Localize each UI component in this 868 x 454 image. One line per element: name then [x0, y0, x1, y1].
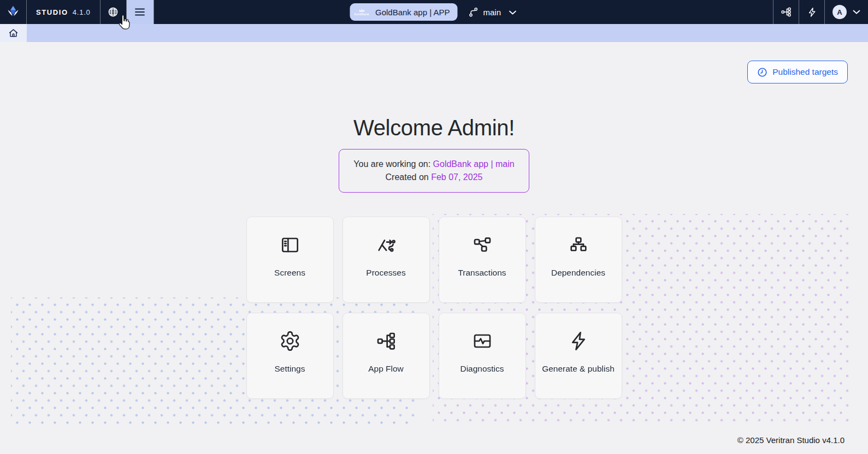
- chevron-down-icon: [508, 10, 517, 15]
- home-button[interactable]: [0, 24, 27, 42]
- diagnostics-icon: [471, 330, 493, 352]
- card-generate-publish[interactable]: Generate & publish: [535, 313, 622, 399]
- home-icon: [8, 27, 19, 39]
- modules-grid: Screens Processes: [246, 217, 622, 399]
- app-flow-shortcut-button[interactable]: [773, 0, 799, 24]
- card-app-flow[interactable]: App Flow: [343, 313, 430, 399]
- card-label: Transactions: [458, 268, 506, 278]
- card-settings[interactable]: Settings: [246, 313, 334, 399]
- lightning-icon: [807, 7, 817, 17]
- goldbank-mini-logo-text: GoldBank: [354, 13, 369, 16]
- page-title: Welcome Admin!: [353, 116, 515, 140]
- working-on-box: You are working on: GoldBank app | main …: [339, 149, 529, 193]
- avatar: A: [832, 5, 847, 19]
- clock-icon: [757, 67, 767, 77]
- working-on-line: You are working on: GoldBank app | main: [353, 158, 514, 171]
- published-targets-label: Published targets: [772, 67, 838, 77]
- processes-icon: [375, 234, 397, 256]
- crown-icon: [358, 8, 365, 13]
- main-menu-button[interactable]: [127, 0, 154, 24]
- generate-publish-shortcut-button[interactable]: [799, 0, 824, 24]
- generate-publish-icon: [568, 330, 589, 352]
- breadcrumb-bar: [0, 24, 868, 42]
- created-on-prefix: Created on: [386, 172, 432, 182]
- veritran-logo[interactable]: [0, 0, 27, 24]
- user-menu[interactable]: A: [824, 0, 868, 24]
- screens-icon: [279, 234, 301, 256]
- git-branch-icon: [468, 7, 479, 17]
- studio-wordmark: STUDIO: [36, 8, 68, 16]
- welcome-section: Welcome Admin! You are working on: GoldB…: [0, 116, 868, 399]
- transactions-icon: [471, 234, 493, 256]
- current-app-label: GoldBank app | APP: [375, 8, 450, 17]
- card-screens[interactable]: Screens: [246, 217, 334, 303]
- globe-icon: [107, 6, 119, 18]
- settings-icon: [279, 330, 301, 352]
- footer-copyright: © 2025 Veritran Studio v4.1.0: [737, 435, 845, 445]
- top-bar-right: A: [773, 0, 868, 24]
- card-label: Settings: [274, 364, 305, 374]
- hamburger-icon: [134, 7, 145, 17]
- created-on-line: Created on Feb 07, 2025: [353, 171, 514, 184]
- card-dependencies[interactable]: Dependencies: [535, 217, 622, 303]
- published-targets-button[interactable]: Published targets: [747, 61, 848, 83]
- studio-app: STUDIO 4.1.0: [0, 0, 868, 454]
- dependencies-icon: [568, 234, 589, 256]
- app-flow-icon: [375, 330, 397, 352]
- working-on-prefix: You are working on:: [353, 159, 433, 169]
- card-label: App Flow: [368, 364, 404, 374]
- top-bar: STUDIO 4.1.0: [0, 0, 868, 24]
- branch-name: main: [483, 8, 501, 17]
- flow-icon: [781, 7, 792, 17]
- card-transactions[interactable]: Transactions: [439, 217, 526, 303]
- working-on-app-branch-link[interactable]: GoldBank app | main: [433, 159, 515, 169]
- branch-selector[interactable]: main: [468, 7, 517, 17]
- language-globe-button[interactable]: [101, 0, 127, 24]
- current-app-badge[interactable]: GoldBank GoldBank app | APP: [350, 3, 458, 21]
- studio-version: 4.1.0: [73, 8, 91, 16]
- card-label: Diagnostics: [460, 364, 504, 374]
- card-label: Generate & publish: [542, 364, 615, 374]
- top-bar-center: GoldBank GoldBank app | APP main: [350, 0, 517, 24]
- main-content: Published targets Welcome Admin! You are…: [0, 42, 868, 454]
- card-processes[interactable]: Processes: [343, 217, 430, 303]
- top-bar-left: STUDIO 4.1.0: [0, 0, 154, 24]
- card-label: Processes: [366, 268, 405, 278]
- card-label: Dependencies: [551, 268, 605, 278]
- goldbank-mini-logo: GoldBank: [353, 8, 370, 16]
- veritran-logo-icon: [6, 5, 20, 19]
- created-on-date: Feb 07, 2025: [431, 172, 482, 182]
- card-diagnostics[interactable]: Diagnostics: [439, 313, 526, 399]
- card-label: Screens: [274, 268, 305, 278]
- brand: STUDIO 4.1.0: [27, 0, 101, 24]
- chevron-down-icon: [852, 9, 861, 15]
